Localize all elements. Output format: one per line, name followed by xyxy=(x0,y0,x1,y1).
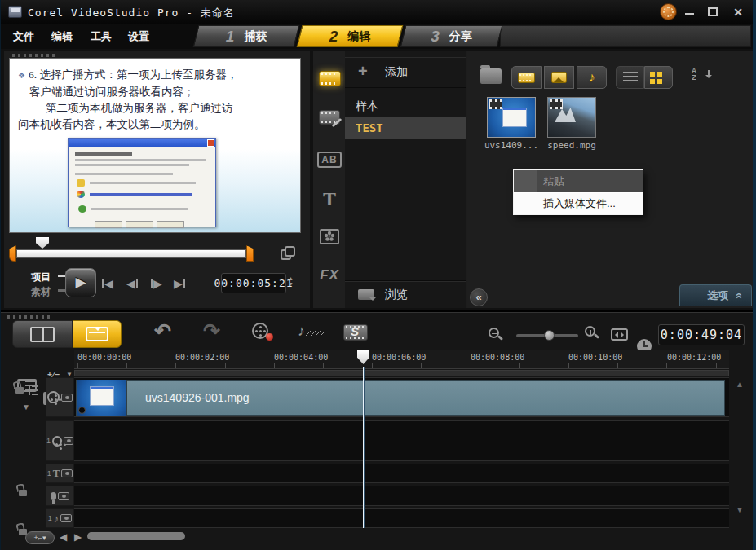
clip-mode-label[interactable]: 素材 xyxy=(31,285,51,299)
nav-transition-button[interactable]: AB xyxy=(316,147,343,173)
zoom-slider-thumb[interactable] xyxy=(544,330,555,341)
video-clip-badge-icon xyxy=(550,99,563,109)
tab-edit[interactable]: 2 编辑 xyxy=(297,25,404,47)
menu-settings[interactable]: 设置 xyxy=(128,29,149,44)
embedded-dialog-titlebar xyxy=(69,139,215,147)
minimize-button[interactable] xyxy=(681,5,699,20)
overlay-track[interactable] xyxy=(74,420,729,461)
s-wave-icon: S xyxy=(351,324,359,338)
maximize-button[interactable] xyxy=(705,5,723,20)
filter-audio-button[interactable]: ♪ xyxy=(577,66,607,89)
nav-instant-project-button[interactable] xyxy=(316,104,343,130)
track-visibility-icon xyxy=(60,514,72,522)
zoom-out-button[interactable] xyxy=(489,328,508,345)
zoom-in-button[interactable] xyxy=(585,326,606,345)
media-item-uvs140926[interactable] xyxy=(487,97,536,138)
tab-capture[interactable]: 1 捕获 xyxy=(193,25,300,47)
play-button[interactable]: ▶ xyxy=(65,268,96,297)
panel-drag-handle[interactable] xyxy=(12,54,55,57)
swap-track-button[interactable]: +⌐▾ xyxy=(25,531,55,544)
browse-button[interactable]: 浏览 xyxy=(345,280,466,308)
scroll-up-button[interactable]: ▲ xyxy=(736,380,744,389)
previous-frame-button[interactable]: ◀ xyxy=(122,275,142,292)
scroll-down-button[interactable]: ▼ xyxy=(736,505,744,514)
ruler-tick-label: 00:00:08:00 xyxy=(471,353,524,362)
fit-project-button[interactable] xyxy=(611,328,628,341)
ruler-tick-label: 00:00:10:00 xyxy=(568,353,622,362)
nav-title-button[interactable]: T xyxy=(316,186,343,212)
auto-music-button[interactable]: S xyxy=(343,323,376,344)
list-view-icon xyxy=(623,72,638,83)
open-folder-button[interactable] xyxy=(480,68,502,84)
timeline-ruler[interactable]: 00:00:00:00 00:00:02:00 00:00:04:00 00:0… xyxy=(74,350,729,369)
collapse-library-button[interactable]: « xyxy=(470,288,488,306)
library-nav: AB T FX xyxy=(313,51,345,308)
media-item-speed[interactable] xyxy=(547,97,596,138)
scroll-left-button[interactable]: ◀ xyxy=(60,531,67,543)
voice-track-header[interactable] xyxy=(46,486,74,506)
video-track[interactable]: uvs140926-001.mpg xyxy=(74,377,729,417)
timeline-playhead-line[interactable] xyxy=(363,367,365,528)
trim-start-handle[interactable] xyxy=(9,245,16,262)
filter-video-button[interactable] xyxy=(511,66,542,89)
go-to-end-button[interactable]: ▶ xyxy=(170,275,189,292)
list-view-button[interactable] xyxy=(616,66,644,89)
preview-timecode[interactable]: 00:00:05:21 xyxy=(221,273,286,293)
scrubber-bar[interactable] xyxy=(16,249,246,258)
nav-graphic-button[interactable] xyxy=(316,223,343,249)
voice-track[interactable] xyxy=(74,486,729,506)
scroll-right-button[interactable]: ▶ xyxy=(74,531,82,543)
folder-icon xyxy=(480,68,502,84)
add-folder-button[interactable]: + 添加 xyxy=(345,57,466,88)
sound-mixer-button[interactable]: ♪ xyxy=(298,323,330,344)
music-track[interactable] xyxy=(74,508,729,528)
timeline-clip[interactable]: uvs140926-001.mpg xyxy=(76,380,725,416)
go-to-start-button[interactable]: ◀ xyxy=(98,275,117,292)
video-clip-badge-icon xyxy=(489,99,502,109)
panel-drag-handle[interactable] xyxy=(7,315,50,319)
record-capture-button[interactable] xyxy=(252,323,280,344)
trim-end-handle[interactable] xyxy=(246,245,254,262)
menu-edit[interactable]: 编辑 xyxy=(51,29,73,44)
app-icon xyxy=(8,6,22,18)
music-track-header[interactable]: 1 ♪ xyxy=(46,508,74,528)
next-frame-button[interactable]: ▶ xyxy=(147,275,166,292)
sort-button[interactable]: A Z xyxy=(683,68,705,87)
menu-file[interactable]: 文件 xyxy=(13,29,34,44)
overlay-track-lock[interactable] xyxy=(19,490,27,496)
scrubber-playhead[interactable] xyxy=(36,237,49,249)
tab-share[interactable]: 3 分享 xyxy=(400,25,503,47)
category-test[interactable]: TEST xyxy=(345,117,466,139)
tab-capture-number: 1 xyxy=(226,28,235,46)
thumbnail-view-button[interactable] xyxy=(644,66,673,89)
nav-filter-button[interactable]: FX xyxy=(316,262,343,288)
close-button[interactable]: ✕ xyxy=(729,5,747,20)
context-menu-insert-media[interactable]: 插入媒体文件... xyxy=(514,192,643,214)
corel-badge-icon[interactable] xyxy=(660,3,677,20)
options-button[interactable]: 选项 « xyxy=(679,284,752,306)
timecode-spinner[interactable]: ▲ ▼ xyxy=(288,276,294,287)
timeline-duration-display[interactable]: 0:00:49:04 xyxy=(658,324,745,345)
filter-photo-button[interactable] xyxy=(544,66,574,89)
horizontal-scrollbar[interactable] xyxy=(87,532,185,540)
sort-az-icon: A Z xyxy=(683,68,705,81)
timeline-view-button[interactable] xyxy=(73,320,122,348)
ruler-tick-label: 00:00:00:00 xyxy=(77,353,131,362)
enlarge-preview-button[interactable] xyxy=(281,246,298,264)
storyboard-view-button[interactable] xyxy=(12,320,73,348)
track-collapse-icon[interactable]: ▼ xyxy=(22,403,30,411)
video-track-header[interactable] xyxy=(46,377,74,417)
title-track[interactable] xyxy=(74,464,729,483)
redo-button[interactable]: ↷ xyxy=(203,319,220,343)
video-track-lock[interactable] xyxy=(15,385,43,396)
title-track-header[interactable]: 1 T xyxy=(46,464,74,483)
nav-media-button[interactable] xyxy=(316,65,343,91)
overlay-track-header[interactable]: 1 xyxy=(46,420,74,461)
project-mode-label[interactable]: 项目 xyxy=(31,271,51,284)
tab-edit-label: 编辑 xyxy=(347,29,370,44)
timeline-icon xyxy=(86,327,108,341)
placeholder-icon xyxy=(78,205,86,213)
undo-button[interactable]: ↶ xyxy=(154,319,171,343)
category-samples[interactable]: 样本 xyxy=(345,96,466,117)
menu-tools[interactable]: 工具 xyxy=(91,29,112,44)
